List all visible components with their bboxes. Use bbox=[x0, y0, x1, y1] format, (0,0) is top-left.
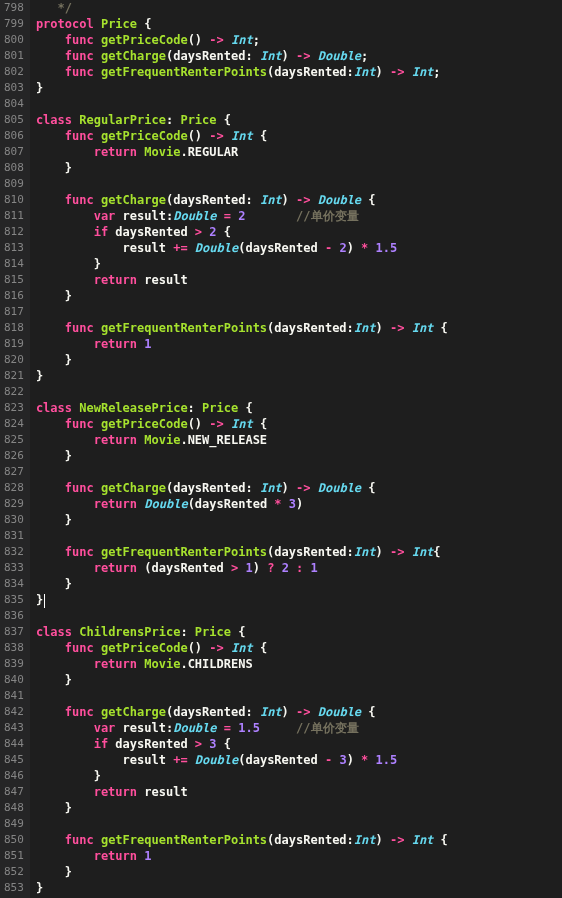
line-number: 828 bbox=[4, 480, 24, 496]
code-line: } bbox=[36, 512, 562, 528]
code-line: return Movie.CHILDRENS bbox=[36, 656, 562, 672]
line-number: 853 bbox=[4, 880, 24, 896]
code-line: } bbox=[36, 672, 562, 688]
line-number: 827 bbox=[4, 464, 24, 480]
code-line: func getCharge(daysRented: Int) -> Doubl… bbox=[36, 48, 562, 64]
code-line bbox=[36, 176, 562, 192]
line-number: 824 bbox=[4, 416, 24, 432]
code-line: func getCharge(daysRented: Int) -> Doubl… bbox=[36, 480, 562, 496]
code-line: func getFrequentRenterPoints(daysRented:… bbox=[36, 544, 562, 560]
code-line: return Movie.NEW_RELEASE bbox=[36, 432, 562, 448]
code-line: var result:Double = 1.5 //单价变量 bbox=[36, 720, 562, 736]
code-line bbox=[36, 304, 562, 320]
text-cursor bbox=[44, 594, 45, 608]
line-number-gutter: 7987998008018028038048058068078088098108… bbox=[0, 0, 30, 898]
code-line bbox=[36, 384, 562, 400]
code-line: func getFrequentRenterPoints(daysRented:… bbox=[36, 320, 562, 336]
line-number: 809 bbox=[4, 176, 24, 192]
code-line: return 1 bbox=[36, 336, 562, 352]
code-line bbox=[36, 96, 562, 112]
code-line bbox=[36, 688, 562, 704]
code-line: func getPriceCode() -> Int { bbox=[36, 640, 562, 656]
line-number: 842 bbox=[4, 704, 24, 720]
line-number: 821 bbox=[4, 368, 24, 384]
line-number: 814 bbox=[4, 256, 24, 272]
line-number: 847 bbox=[4, 784, 24, 800]
code-line bbox=[36, 816, 562, 832]
line-number: 802 bbox=[4, 64, 24, 80]
code-line: class NewReleasePrice: Price { bbox=[36, 400, 562, 416]
line-number: 808 bbox=[4, 160, 24, 176]
code-line: result += Double(daysRented - 3) * 1.5 bbox=[36, 752, 562, 768]
line-number: 850 bbox=[4, 832, 24, 848]
code-line: protocol Price { bbox=[36, 16, 562, 32]
line-number: 812 bbox=[4, 224, 24, 240]
code-line: class RegularPrice: Price { bbox=[36, 112, 562, 128]
code-line: } bbox=[36, 352, 562, 368]
code-line: func getCharge(daysRented: Int) -> Doubl… bbox=[36, 704, 562, 720]
code-line bbox=[36, 464, 562, 480]
code-line: */ bbox=[36, 0, 562, 16]
line-number: 820 bbox=[4, 352, 24, 368]
line-number: 805 bbox=[4, 112, 24, 128]
line-number: 798 bbox=[4, 0, 24, 16]
code-line: return Double(daysRented * 3) bbox=[36, 496, 562, 512]
line-number: 841 bbox=[4, 688, 24, 704]
line-number: 839 bbox=[4, 656, 24, 672]
code-line: } bbox=[36, 864, 562, 880]
line-number: 843 bbox=[4, 720, 24, 736]
line-number: 833 bbox=[4, 560, 24, 576]
code-editor[interactable]: */ protocol Price { func getPriceCode() … bbox=[30, 0, 562, 898]
line-number: 818 bbox=[4, 320, 24, 336]
code-line: func getFrequentRenterPoints(daysRented:… bbox=[36, 64, 562, 80]
code-line: } bbox=[36, 288, 562, 304]
code-line: } bbox=[36, 448, 562, 464]
code-line: } bbox=[36, 80, 562, 96]
code-line: } bbox=[36, 256, 562, 272]
line-number: 838 bbox=[4, 640, 24, 656]
code-line: class ChildrensPrice: Price { bbox=[36, 624, 562, 640]
line-number: 801 bbox=[4, 48, 24, 64]
line-number: 817 bbox=[4, 304, 24, 320]
line-number: 835 bbox=[4, 592, 24, 608]
code-line: return result bbox=[36, 784, 562, 800]
code-line: result += Double(daysRented - 2) * 1.5 bbox=[36, 240, 562, 256]
line-number: 830 bbox=[4, 512, 24, 528]
code-line: } bbox=[36, 592, 562, 608]
line-number: 807 bbox=[4, 144, 24, 160]
code-line: func getPriceCode() -> Int; bbox=[36, 32, 562, 48]
code-line: } bbox=[36, 160, 562, 176]
code-line: return result bbox=[36, 272, 562, 288]
line-number: 837 bbox=[4, 624, 24, 640]
line-number: 832 bbox=[4, 544, 24, 560]
code-line: if daysRented > 2 { bbox=[36, 224, 562, 240]
code-line: } bbox=[36, 368, 562, 384]
line-number: 825 bbox=[4, 432, 24, 448]
code-line: } bbox=[36, 768, 562, 784]
line-number: 816 bbox=[4, 288, 24, 304]
line-number: 815 bbox=[4, 272, 24, 288]
line-number: 844 bbox=[4, 736, 24, 752]
code-line: var result:Double = 2 //单价变量 bbox=[36, 208, 562, 224]
line-number: 840 bbox=[4, 672, 24, 688]
code-line: func getPriceCode() -> Int { bbox=[36, 416, 562, 432]
line-number: 799 bbox=[4, 16, 24, 32]
line-number: 831 bbox=[4, 528, 24, 544]
line-number: 806 bbox=[4, 128, 24, 144]
code-line: } bbox=[36, 800, 562, 816]
protocol-name: Price bbox=[101, 17, 137, 31]
line-number: 834 bbox=[4, 576, 24, 592]
line-number: 823 bbox=[4, 400, 24, 416]
line-number: 848 bbox=[4, 800, 24, 816]
line-number: 803 bbox=[4, 80, 24, 96]
line-number: 829 bbox=[4, 496, 24, 512]
keyword-protocol: protocol bbox=[36, 17, 94, 31]
line-number: 826 bbox=[4, 448, 24, 464]
line-number: 811 bbox=[4, 208, 24, 224]
code-line: if daysRented > 3 { bbox=[36, 736, 562, 752]
line-number: 851 bbox=[4, 848, 24, 864]
line-number: 800 bbox=[4, 32, 24, 48]
code-line: func getCharge(daysRented: Int) -> Doubl… bbox=[36, 192, 562, 208]
code-line: return (daysRented > 1) ? 2 : 1 bbox=[36, 560, 562, 576]
code-line: func getFrequentRenterPoints(daysRented:… bbox=[36, 832, 562, 848]
